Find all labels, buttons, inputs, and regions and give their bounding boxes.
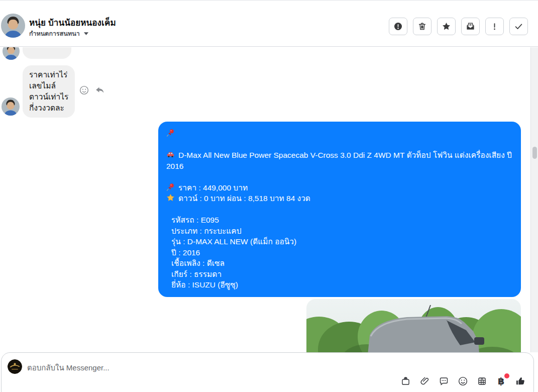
emoji-button[interactable] — [457, 375, 469, 387]
outgoing-message-line: เชื้อเพลิง : ดีเซล — [171, 258, 513, 269]
unread-envelope-icon — [466, 22, 475, 31]
incoming-message-line: ราคาเท่าไร่ — [29, 69, 68, 80]
conversation-header: หนุ่ย บ้านน้อยหนองเค็ม กำหนดการสนทนา — [0, 1, 538, 47]
conversation-toolbar — [389, 18, 528, 35]
trash-icon — [417, 22, 427, 31]
message-list: ราคาเท่าไร่เลขไมล์ดาวน์เท่าไรกี่งวงวดละ … — [0, 47, 538, 352]
payments-table-button[interactable] — [476, 375, 488, 387]
incoming-message-bubble: ราคาเท่าไร่เลขไมล์ดาวน์เท่าไรกี่งวงวดละ — [23, 65, 75, 118]
reply-button[interactable] — [93, 84, 105, 96]
composer-action-icons: ฿ — [400, 375, 526, 387]
incoming-message-line: เลขไมล์ — [29, 80, 68, 91]
messenger-inbox-window: หนุ่ย บ้านน้อยหนองเค็ม กำหนดการสนทนา ราค… — [0, 0, 538, 392]
react-button[interactable] — [78, 84, 90, 96]
incoming-message-line: กี่งวงวดละ — [29, 103, 68, 114]
outgoing-message-line — [166, 204, 513, 215]
conversation-schedule-label: กำหนดการสนทนา — [29, 29, 80, 39]
contact-avatar[interactable] — [1, 14, 25, 38]
exclamation-icon — [490, 22, 499, 31]
toolbar-mark-important-button[interactable] — [485, 18, 504, 35]
like-button[interactable] — [514, 375, 526, 387]
message-hover-actions — [78, 84, 105, 96]
incoming-message-line: ดาวน์เท่าไร — [29, 91, 68, 103]
outgoing-message-line: เกียร์ : ธรรมดา — [171, 269, 513, 280]
outgoing-message-bubble: D-Max All New Blue Power Spacecab V-Cros… — [158, 122, 521, 297]
chat-scrollbar-thumb[interactable] — [532, 147, 537, 159]
chevron-down-icon — [83, 32, 89, 36]
baht-payment-button[interactable]: ฿ — [495, 375, 507, 387]
check-icon — [514, 22, 523, 31]
conversation-schedule-dropdown[interactable]: กำหนดการสนทนา — [29, 29, 89, 39]
outgoing-message-line: ราคา : 449,000 บาท — [166, 182, 513, 193]
shop-button[interactable] — [400, 375, 411, 387]
outgoing-message-line: ประเภท : กระบะแคป — [171, 226, 513, 237]
outgoing-message-line — [166, 171, 513, 182]
pushpin-icon — [166, 129, 175, 137]
page-avatar — [8, 359, 22, 374]
notification-dot — [504, 373, 509, 378]
star-icon — [442, 22, 451, 31]
car-photo-image — [306, 299, 521, 352]
attach-file-button[interactable] — [419, 375, 431, 387]
outgoing-message-line: ยี่ห้อ : ISUZU (อีซูซุ) — [171, 279, 513, 290]
attachment-car-photo[interactable] — [306, 299, 521, 352]
chat-scrollbar — [530, 47, 538, 352]
contact-avatar — [3, 47, 20, 60]
gold-star-icon — [166, 193, 175, 202]
reply-composer: ตอบกลับใน Messenger... ฿ — [1, 352, 534, 392]
outgoing-message-line — [166, 128, 513, 139]
toolbar-mark-unread-button[interactable] — [461, 18, 480, 35]
message-bubble-partial — [23, 47, 71, 59]
car-icon — [166, 150, 175, 159]
contact-name: หนุ่ย บ้านน้อยหนองเค็ม — [29, 16, 116, 29]
outgoing-message-line: รหัสรถ : E095 — [171, 215, 513, 226]
toolbar-delete-button[interactable] — [413, 18, 432, 35]
outgoing-message-line: ปี : 2016 — [171, 247, 513, 258]
outgoing-message-line: ดาวน์ : 0 บาท ผ่อน : 8,518 บาท 84 งวด — [166, 193, 513, 204]
toolbar-mark-done-button[interactable] — [509, 18, 528, 35]
pushpin-icon — [166, 183, 175, 191]
toolbar-report-spam-button[interactable] — [389, 18, 407, 35]
saved-replies-button[interactable] — [438, 375, 450, 387]
outgoing-message-line: D-Max All New Blue Power Spacecab V-Cros… — [166, 150, 513, 171]
reply-input[interactable]: ตอบกลับใน Messenger... — [27, 362, 379, 374]
person-avatar-icon — [1, 14, 25, 38]
toolbar-follow-up-button[interactable] — [437, 18, 456, 35]
outgoing-message-line: รุ่น : D-MAX ALL NEW (ดีแม็ก ออนิว) — [171, 236, 513, 247]
contact-avatar — [2, 97, 20, 116]
alert-circle-icon — [393, 22, 403, 31]
outgoing-message-line — [166, 139, 513, 150]
